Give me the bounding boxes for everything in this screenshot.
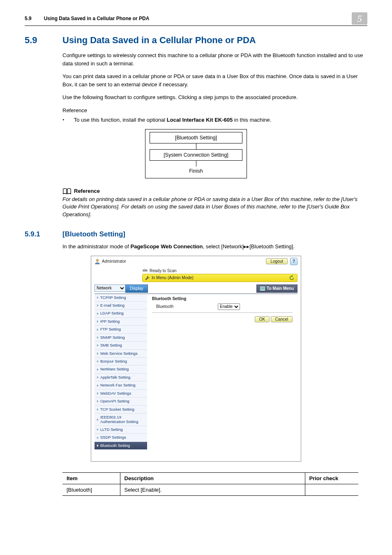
sidebar-item[interactable]: LLTD Setting [95, 426, 147, 434]
intro-prefix: In the administrator mode of [62, 243, 130, 250]
logout-button[interactable]: Logout [266, 258, 288, 264]
display-button[interactable]: Display [125, 284, 148, 293]
pagescope-screenshot: Administrator Logout ? Ready to Scan In … [91, 256, 301, 462]
flowchart-node-system-connection[interactable]: [System Connection Setting] [150, 149, 242, 161]
sidebar-item[interactable]: Bonjour Setting [95, 358, 147, 365]
chevron-right-icon [97, 419, 99, 421]
sidebar-item[interactable]: Web Service Settings [95, 350, 147, 358]
chevron-right-icon [97, 437, 99, 439]
section-body: Configure settings to wirelessly connect… [62, 51, 367, 124]
content-divider [152, 312, 293, 313]
sidebar-item[interactable]: NetWare Setting [95, 365, 147, 373]
chevron-right-icon [97, 384, 99, 387]
reference-text: For details on printing data saved in a … [62, 196, 367, 219]
cancel-button[interactable]: Cancel [271, 316, 293, 322]
ss-toolbar: Network Display To Main Menu [95, 284, 297, 293]
para-1: Configure settings to wirelessly connect… [62, 51, 367, 67]
chevron-right-icon [97, 296, 99, 299]
sidebar-item[interactable]: LDAP Setting [95, 310, 147, 317]
ss-banner: Ready to Scan In Menu (Admin Mode) [91, 267, 301, 282]
section-heading: 5.9 Using Data Saved in a Cellular Phone… [25, 35, 367, 46]
sidebar-item-label: LDAP Setting [100, 311, 124, 315]
intro-bold: PageScope Web Connection [130, 243, 203, 250]
ss-mode: In Menu (Admin Mode) [142, 274, 297, 282]
svg-rect-5 [261, 288, 265, 289]
chevron-right-icon [97, 400, 99, 402]
sidebar-item[interactable]: SSDP Settings [95, 434, 147, 442]
th-description: Description [120, 473, 305, 484]
sidebar-item[interactable]: TCP/IP Setting [95, 294, 147, 302]
chevron-right-icon [97, 408, 99, 411]
sidebar-item[interactable]: FTP Setting [95, 326, 147, 333]
subsection-heading: 5.9.1 [Bluetooth Setting] [25, 230, 367, 238]
sidebar-item[interactable]: SMB Setting [95, 342, 147, 349]
ss-body: TCP/IP SettingE-mail SettingLDAP Setting… [95, 294, 297, 450]
svg-rect-4 [261, 287, 265, 288]
flowchart-connector-2 [196, 161, 196, 166]
sidebar-item[interactable]: SNMP Setting [95, 334, 147, 342]
to-main-menu-button[interactable]: To Main Menu [256, 284, 297, 293]
content-label: Bluetooth [152, 304, 218, 309]
sidebar-item-label: SNMP Setting [100, 335, 125, 340]
to-main-menu-text: To Main Menu [267, 286, 294, 291]
flowchart: [Bluetooth Setting] [System Connection S… [145, 129, 247, 178]
chevron-right-icon [97, 376, 99, 379]
printer-icon [142, 268, 148, 273]
sidebar-item-label: TCP/IP Setting [100, 296, 126, 300]
flowchart-node-bluetooth[interactable]: [Bluetooth Setting] [150, 132, 242, 143]
svg-point-0 [96, 259, 98, 261]
reference-label: Reference [62, 106, 367, 115]
th-item: Item [62, 473, 120, 484]
table-header-row: Item Description Prior check [62, 473, 358, 484]
chevron-right-icon [97, 368, 99, 371]
admin-label: Administrator [102, 259, 126, 264]
sidebar-item[interactable]: OpenAPI Setting [95, 398, 147, 405]
content-title: Bluetooth Setting [152, 296, 293, 301]
menu-icon [260, 287, 265, 291]
bluetooth-select[interactable]: Enable [218, 303, 240, 310]
ss-status-text: Ready to Scan [150, 268, 177, 273]
sidebar-item-label: TCP Socket Setting [100, 407, 134, 412]
sidebar-item[interactable]: AppleTalk Setting [95, 374, 147, 382]
wrench-icon [145, 275, 150, 280]
sidebar-item-label: E-mail Setting [100, 303, 125, 308]
sidebar-item-label: IEEE802.1X Authentication Setting [100, 415, 145, 424]
sidebar-item[interactable]: E-mail Setting [95, 302, 147, 310]
sidebar-item[interactable]: Bluetooth Setting [95, 442, 147, 450]
sidebar-item[interactable]: IEEE802.1X Authentication Setting [95, 414, 147, 426]
book-icon [62, 187, 71, 195]
chevron-right-icon [97, 352, 99, 355]
chevron-right-icon [97, 360, 99, 363]
content-buttons: OK Cancel [152, 317, 293, 321]
sidebar-item-label: IPP Setting [100, 319, 120, 324]
sidebar-item[interactable]: WebDAV Settings [95, 390, 147, 398]
table-row: [Bluetooth] Select [Enable]. [62, 484, 358, 496]
bullet-suffix: in this machine. [233, 117, 271, 123]
sidebar-item[interactable]: TCP Socket Setting [95, 406, 147, 414]
sidebar-item-label: Bonjour Setting [100, 359, 127, 363]
section-title: Using Data Saved in a Cellular Phone or … [62, 35, 256, 46]
sidebar-item-label: SMB Setting [100, 343, 122, 347]
th-prior-check: Prior check [305, 473, 358, 484]
ss-mode-text: In Menu (Admin Mode) [152, 275, 194, 280]
svg-rect-2 [144, 269, 147, 270]
sidebar-item[interactable]: IPP Setting [95, 318, 147, 326]
refresh-button[interactable] [289, 275, 295, 281]
intro-suffix: , select [Network]▸▸[Bluetooth Setting]. [203, 243, 295, 250]
sidebar-item-label: SSDP Settings [100, 435, 126, 439]
chevron-right-icon [97, 312, 99, 315]
ss-content: Bluetooth Setting Bluetooth Enable OK Ca… [147, 294, 297, 450]
td-item: [Bluetooth] [62, 484, 120, 496]
chevron-right-icon [97, 336, 99, 339]
header-rule [25, 25, 367, 26]
chevron-right-icon [97, 444, 99, 447]
sidebar-item[interactable]: Network Fax Setting [95, 382, 147, 389]
reference-list: To use this function, install the option… [62, 116, 367, 124]
admin-icon [95, 259, 100, 264]
ok-button[interactable]: OK [255, 316, 270, 322]
sidebar-item-label: NetWare Setting [100, 367, 129, 371]
help-button[interactable]: ? [290, 258, 297, 265]
para-3: Use the following flowchart to configure… [62, 93, 367, 102]
category-select[interactable]: Network [95, 284, 126, 292]
reference-heading: Reference [62, 187, 367, 195]
